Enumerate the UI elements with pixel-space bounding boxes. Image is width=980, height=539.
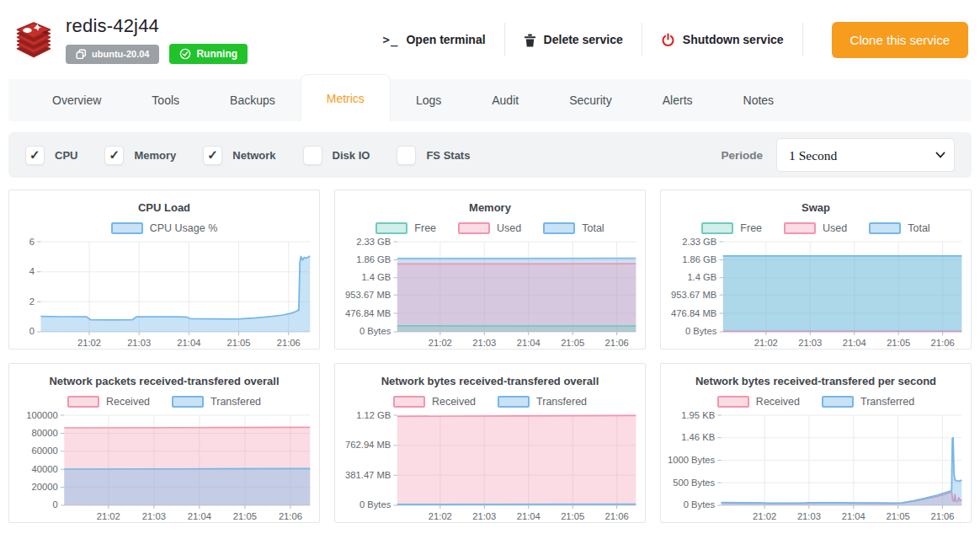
svg-text:21:06: 21:06 (605, 338, 629, 348)
svg-text:21:04: 21:04 (188, 511, 211, 521)
shutdown-service-button[interactable]: Shutdown service (656, 26, 789, 54)
chart-title: Network bytes received-transfered overal… (335, 375, 645, 387)
svg-text:21:03: 21:03 (472, 511, 496, 521)
checkbox-memory[interactable] (104, 146, 124, 165)
tab-security[interactable]: Security (544, 79, 637, 121)
divider (802, 23, 803, 56)
svg-text:0: 0 (29, 327, 35, 337)
legend-label: Total (908, 222, 929, 234)
tab-overview[interactable]: Overview (27, 79, 126, 121)
tab-notes[interactable]: Notes (718, 79, 800, 121)
shutdown-service-label: Shutdown service (683, 33, 784, 46)
series-area-Used (397, 264, 636, 332)
svg-text:953.67 MB: 953.67 MB (345, 290, 391, 300)
svg-text:21:03: 21:03 (472, 338, 496, 348)
chart-card-swap: Swap FreeUsedTotal 0 Bytes476.84 MB953.6… (660, 189, 972, 350)
checkbox-item-disk-io[interactable]: Disk IO (303, 146, 370, 165)
svg-text:4: 4 (29, 267, 35, 277)
svg-text:0 Bytes: 0 Bytes (360, 327, 391, 337)
svg-text:21:05: 21:05 (561, 511, 584, 521)
checkbox-network[interactable] (203, 146, 222, 165)
periode-control: Periode 1 Second (721, 138, 955, 172)
legend-label: Free (414, 222, 436, 234)
periode-select[interactable]: 1 Second (776, 138, 955, 172)
metric-checkboxes: CPU Memory Network Disk IO FS Stats (25, 146, 470, 165)
chart-plot: 0 Bytes381.47 MB762.94 MB1.12 GB21:0221:… (335, 410, 645, 523)
legend-item: CPU Usage % (111, 222, 218, 234)
svg-text:1.86 GB: 1.86 GB (356, 254, 391, 264)
copy-icon (76, 49, 87, 60)
checkbox-item-fs-stats[interactable]: FS Stats (397, 146, 470, 165)
checkbox-fs-stats[interactable] (397, 146, 416, 165)
svg-text:21:04: 21:04 (842, 511, 865, 521)
service-title-block: redis-42j44 ubuntu-20.04 Running (66, 15, 248, 64)
legend-item: Free (375, 222, 436, 234)
svg-text:21:04: 21:04 (843, 338, 866, 348)
delete-service-button[interactable]: Delete service (519, 26, 628, 54)
svg-text:1.95 KB: 1.95 KB (681, 410, 715, 419)
legend-swatch-icon (784, 222, 816, 234)
legend-item: Received (67, 396, 150, 408)
checkbox-memory-label: Memory (134, 149, 176, 162)
series-areas (40, 256, 310, 332)
legend-label: Free (740, 222, 762, 234)
series-areas (723, 256, 961, 332)
series-area-Transferred (722, 438, 962, 505)
divider (504, 23, 505, 56)
legend-label: Transferred (860, 396, 914, 408)
tab-alerts[interactable]: Alerts (637, 79, 718, 121)
series-areas (397, 415, 636, 505)
checkbox-disk-io[interactable] (303, 146, 322, 165)
legend-swatch-icon (822, 396, 854, 408)
checkbox-item-cpu[interactable]: CPU (25, 146, 77, 165)
legend-item: Total (869, 222, 929, 234)
checkbox-network-label: Network (232, 149, 275, 162)
svg-text:476.84 MB: 476.84 MB (671, 308, 716, 318)
tab-metrics[interactable]: Metrics (301, 74, 391, 121)
svg-text:21:02: 21:02 (97, 511, 120, 521)
svg-text:21:05: 21:05 (887, 511, 910, 521)
series-areas (722, 438, 962, 505)
svg-text:20000: 20000 (32, 482, 58, 492)
tab-audit[interactable]: Audit (466, 79, 544, 121)
svg-text:0: 0 (53, 500, 58, 510)
svg-text:21:02: 21:02 (429, 511, 452, 521)
svg-text:1.86 GB: 1.86 GB (682, 254, 716, 264)
chart-title: Memory (335, 201, 645, 214)
svg-text:1.4 GB: 1.4 GB (687, 273, 716, 283)
series-line-CPU Usage % (40, 256, 310, 320)
legend-item: Received (393, 396, 476, 408)
series-areas (64, 427, 310, 505)
tab-logs[interactable]: Logs (391, 79, 466, 121)
chart-title: Network packets received-transfered over… (9, 375, 319, 387)
svg-text:1.4 GB: 1.4 GB (361, 273, 391, 283)
checkbox-cpu[interactable] (25, 146, 45, 165)
header-actions: >_ Open terminal Delete service Shutdown… (378, 22, 968, 58)
tab-backups[interactable]: Backups (205, 79, 301, 121)
legend-swatch-icon (393, 396, 425, 408)
svg-text:6: 6 (29, 237, 35, 246)
open-terminal-button[interactable]: >_ Open terminal (378, 26, 491, 53)
legend-item: Transferred (822, 396, 914, 408)
svg-text:80000: 80000 (32, 428, 58, 438)
svg-text:1000 Bytes: 1000 Bytes (668, 455, 716, 465)
svg-text:21:03: 21:03 (127, 338, 151, 348)
status-badge: Running (169, 44, 248, 64)
svg-text:953.67 MB: 953.67 MB (671, 290, 716, 300)
checkbox-item-memory[interactable]: Memory (104, 146, 176, 165)
chart-plot: 0 Bytes476.84 MB953.67 MB1.4 GB1.86 GB2.… (661, 237, 971, 350)
legend-item: Received (717, 396, 800, 408)
trash-icon (524, 33, 536, 47)
svg-text:21:02: 21:02 (754, 338, 778, 348)
legend-swatch-icon (458, 222, 490, 234)
divider (642, 23, 642, 56)
chart-plot: 024621:0221:0321:0421:0521:06 (9, 237, 319, 350)
svg-text:762.94 MB: 762.94 MB (345, 440, 391, 451)
badge-row: ubuntu-20.04 Running (66, 44, 248, 64)
legend-item: Transfered (172, 396, 261, 408)
tab-tools[interactable]: Tools (126, 79, 205, 121)
clone-service-button[interactable]: Clone this service (832, 22, 968, 58)
svg-text:0 Bytes: 0 Bytes (360, 500, 391, 510)
checkbox-item-network[interactable]: Network (203, 146, 275, 165)
chart-title: Swap (661, 201, 971, 214)
